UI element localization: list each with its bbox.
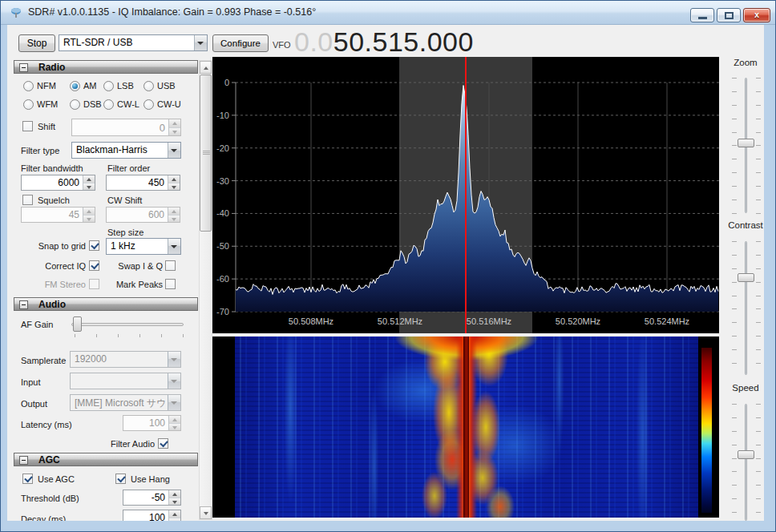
latency-label: Latency (ms)	[21, 420, 72, 429]
samplerate-select: 192000	[70, 351, 181, 368]
frequency-value[interactable]: 50.515.000	[333, 26, 474, 57]
frequency-display[interactable]: 0.050.515.000	[294, 26, 474, 58]
spinner[interactable]	[168, 510, 180, 521]
zoom-slider-thumb[interactable]	[738, 139, 754, 147]
collapse-icon[interactable]	[19, 63, 28, 72]
input-select	[70, 373, 181, 389]
filter-audio-label: Filter Audio	[102, 439, 155, 449]
mark-peaks-checkbox[interactable]	[165, 279, 176, 289]
speed-slider[interactable]	[745, 404, 747, 521]
zoom-slider-label: Zoom	[721, 58, 764, 67]
filter-bandwidth-input[interactable]: 6000	[21, 175, 95, 191]
scroll-up-icon[interactable]	[200, 61, 212, 74]
svg-text:50.516MHz: 50.516MHz	[467, 316, 511, 326]
svg-text:-60: -60	[216, 274, 229, 284]
filter-type-select[interactable]: Blackman-Harris	[71, 142, 181, 159]
use-agc-label: Use AGC	[38, 474, 75, 484]
radio-button[interactable]	[70, 99, 80, 110]
spectrum-display[interactable]: 0-10-20-30-40-50-60-7050.508MHz50.512MHz…	[212, 57, 719, 333]
waterfall-data[interactable]	[235, 337, 698, 518]
snap-to-grid-label: Snap to grid	[17, 241, 86, 251]
decay-label: Decay (ms)	[21, 514, 66, 521]
correct-iq-checkbox[interactable]	[89, 260, 99, 271]
agc-panel-header: AGC	[14, 453, 198, 466]
chevron-down-icon	[168, 352, 180, 367]
use-hang-label: Use Hang	[131, 474, 170, 484]
step-size-label: Step size	[107, 228, 143, 237]
radio-button[interactable]	[103, 81, 114, 91]
title-bar: SDR# v1.0.0.1135 - IQ Imbalance: Gain = …	[1, 1, 776, 25]
shift-checkbox[interactable]	[22, 121, 33, 131]
shift-input[interactable]: 0	[71, 119, 181, 136]
radio-button[interactable]	[143, 81, 154, 91]
contrast-slider-label: Contrast	[721, 220, 764, 230]
svg-text:50.524MHz: 50.524MHz	[645, 316, 689, 326]
filter-bandwidth-label: Filter bandwidth	[21, 163, 83, 173]
use-hang-checkbox[interactable]	[115, 474, 126, 484]
af-gain-ticks	[75, 334, 184, 337]
window-title: SDR# v1.0.0.1135 - IQ Imbalance: Gain = …	[28, 6, 316, 18]
frequency-leading-zeros[interactable]: 0.0	[294, 26, 333, 57]
close-button[interactable]: x	[743, 8, 770, 22]
radio-button[interactable]	[103, 99, 114, 110]
minimize-button[interactable]	[690, 8, 714, 22]
collapse-icon[interactable]	[19, 456, 28, 465]
svg-text:0: 0	[224, 78, 229, 87]
spinner[interactable]	[168, 208, 180, 222]
client-area: Stop RTL-SDR / USB Configure VFO 0.050.5…	[7, 25, 764, 521]
radio-button[interactable]	[70, 81, 80, 91]
scrollbar-thumb[interactable]	[200, 75, 212, 232]
spinner[interactable]	[168, 175, 180, 190]
squelch-checkbox[interactable]	[22, 195, 33, 205]
configure-button[interactable]: Configure	[212, 34, 269, 52]
shift-label: Shift	[38, 122, 55, 131]
radio-button[interactable]	[143, 99, 154, 110]
svg-text:-20: -20	[216, 143, 229, 153]
speed-slider-thumb[interactable]	[738, 450, 754, 459]
chevron-down-icon	[168, 239, 180, 254]
use-agc-checkbox[interactable]	[22, 474, 33, 484]
spinner[interactable]	[168, 416, 180, 430]
spinner[interactable]	[168, 490, 180, 505]
waterfall-display[interactable]	[212, 337, 719, 518]
latency-input[interactable]: 100	[123, 415, 181, 431]
swap-iq-label: Swap I & Q	[105, 261, 163, 271]
maximize-button[interactable]	[717, 8, 741, 22]
chevron-down-icon	[168, 373, 180, 389]
spinner[interactable]	[83, 175, 95, 190]
contrast-slider-thumb[interactable]	[738, 273, 754, 282]
spinner[interactable]	[168, 119, 180, 135]
af-gain-slider[interactable]	[71, 323, 184, 326]
radio-button[interactable]	[23, 99, 34, 110]
step-size-select[interactable]: 1 kHz	[106, 238, 181, 255]
scroll-down-icon[interactable]	[200, 506, 212, 519]
radio-button[interactable]	[23, 81, 34, 91]
filter-audio-checkbox[interactable]	[158, 438, 168, 449]
spinner[interactable]	[83, 208, 95, 222]
swap-iq-checkbox[interactable]	[165, 260, 176, 271]
decay-input[interactable]: 100	[123, 510, 181, 521]
cw-shift-input[interactable]: 600	[106, 207, 180, 223]
threshold-label: Threshold (dB)	[21, 494, 79, 503]
squelch-label: Squelch	[38, 195, 70, 205]
input-label: Input	[21, 377, 40, 387]
cw-shift-label: CW Shift	[107, 195, 142, 205]
svg-text:-70: -70	[216, 307, 229, 316]
source-select[interactable]: RTL-SDR / USB	[59, 34, 208, 51]
af-gain-slider-thumb[interactable]	[73, 316, 82, 332]
speed-slider-label: Speed	[721, 383, 764, 393]
samplerate-label: Samplerate	[21, 356, 66, 365]
snap-to-grid-checkbox[interactable]	[89, 240, 99, 251]
radio-panel-header: Radio	[14, 60, 198, 74]
svg-text:50.512MHz: 50.512MHz	[378, 316, 422, 326]
panel-scrollbar[interactable]	[199, 60, 212, 520]
squelch-input[interactable]: 45	[21, 207, 95, 223]
svg-text:50.508MHz: 50.508MHz	[289, 316, 333, 326]
stop-button[interactable]: Stop	[18, 34, 55, 52]
af-gain-label: AF Gain	[21, 320, 53, 329]
contrast-slider[interactable]	[745, 241, 747, 375]
filter-order-input[interactable]: 450	[106, 175, 180, 191]
vfo-label: VFO	[273, 40, 291, 50]
threshold-input[interactable]: -50	[123, 490, 181, 506]
collapse-icon[interactable]	[19, 300, 28, 309]
